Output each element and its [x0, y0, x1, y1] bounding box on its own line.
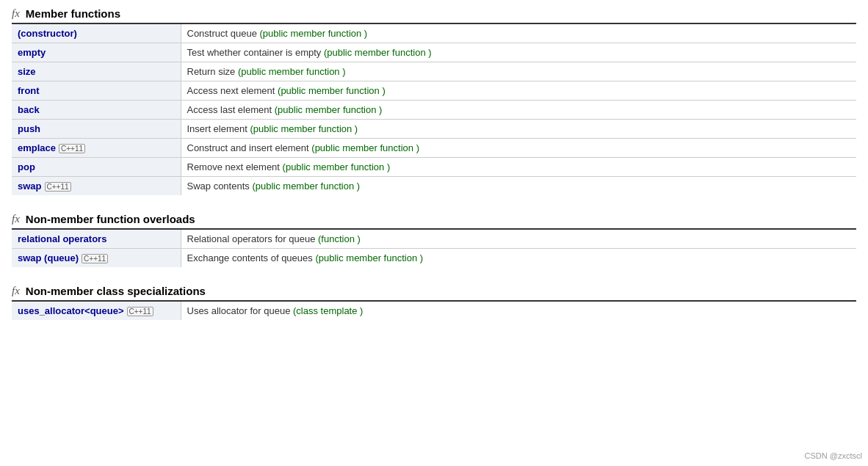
table-row[interactable]: (constructor)Construct queue (public mem… — [12, 24, 856, 43]
table-row[interactable]: emptyTest whether container is empty (pu… — [12, 43, 856, 62]
function-desc: Exchange contents of queues — [187, 252, 316, 263]
function-desc-cell: Uses allocator for queue (class template… — [181, 302, 856, 320]
function-name-cell: push — [12, 120, 181, 139]
fx-icon: fx — [12, 285, 20, 297]
function-name[interactable]: size — [18, 66, 36, 77]
function-tag: (public member function ) — [278, 85, 386, 96]
function-tag: (public member function ) — [324, 47, 432, 58]
section-member-functions: fxMember functions(constructor)Construct… — [12, 7, 856, 195]
function-name-cell: pop — [12, 158, 181, 177]
table-row[interactable]: pushInsert element (public member functi… — [12, 120, 856, 139]
function-desc-cell: Relational operators for queue (function… — [181, 230, 856, 249]
function-tag: (public member function ) — [283, 161, 391, 172]
function-desc-cell: Access last element (public member funct… — [181, 101, 856, 120]
function-name[interactable]: pop — [18, 161, 35, 172]
function-tag: (public member function ) — [311, 142, 419, 153]
table-row[interactable]: relational operatorsRelational operators… — [12, 230, 856, 249]
function-name-cell: uses_allocator<queue>C++11 — [12, 302, 181, 320]
function-name[interactable]: (constructor) — [18, 28, 77, 39]
function-table: (constructor)Construct queue (public mem… — [12, 24, 856, 195]
function-desc-cell: Exchange contents of queues (public memb… — [181, 249, 856, 268]
function-desc-cell: Construct queue (public member function … — [181, 24, 856, 43]
function-desc: Relational operators for queue — [187, 233, 319, 244]
function-tag: (public member function ) — [252, 181, 360, 192]
function-name[interactable]: swap — [18, 181, 42, 192]
function-table: uses_allocator<queue>C++11Uses allocator… — [12, 302, 856, 320]
function-desc: Construct and insert element — [187, 142, 312, 153]
function-tag: (function ) — [318, 233, 361, 244]
cpp11-badge: C++11 — [45, 182, 71, 192]
function-name[interactable]: swap (queue) — [18, 252, 79, 263]
table-row[interactable]: backAccess last element (public member f… — [12, 101, 856, 120]
table-row[interactable]: swapC++11Swap contents (public member fu… — [12, 177, 856, 196]
table-row[interactable]: uses_allocator<queue>C++11Uses allocator… — [12, 302, 856, 320]
function-desc: Swap contents — [187, 181, 253, 192]
section-header: fxNon-member function overloads — [12, 213, 856, 225]
function-tag: (public member function ) — [315, 252, 423, 263]
section-non-member-specializations: fxNon-member class specializationsuses_a… — [12, 285, 856, 320]
function-desc: Test whether container is empty — [187, 47, 324, 58]
function-name[interactable]: push — [18, 123, 40, 134]
function-desc: Return size — [187, 66, 238, 77]
function-desc-cell: Test whether container is empty (public … — [181, 43, 856, 62]
function-desc: Construct queue — [187, 28, 260, 39]
function-desc-cell: Return size (public member function ) — [181, 62, 856, 81]
section-non-member-overloads: fxNon-member function overloadsrelationa… — [12, 213, 856, 267]
function-name[interactable]: uses_allocator<queue> — [18, 305, 124, 316]
function-desc-cell: Construct and insert element (public mem… — [181, 139, 856, 158]
function-tag: (class template ) — [293, 305, 363, 316]
function-desc: Remove next element — [187, 161, 283, 172]
function-name[interactable]: front — [18, 85, 40, 96]
table-row[interactable]: sizeReturn size (public member function … — [12, 62, 856, 81]
function-name-cell: back — [12, 101, 181, 120]
function-desc-cell: Swap contents (public member function ) — [181, 177, 856, 196]
function-name-cell: front — [12, 81, 181, 101]
function-table: relational operatorsRelational operators… — [12, 230, 856, 267]
function-tag: (public member function ) — [260, 28, 368, 39]
section-header: fxMember functions — [12, 7, 856, 20]
table-row[interactable]: swap (queue)C++11Exchange contents of qu… — [12, 249, 856, 268]
function-tag: (public member function ) — [238, 66, 346, 77]
fx-icon: fx — [12, 213, 20, 225]
function-name[interactable]: empty — [18, 47, 46, 58]
function-name[interactable]: emplace — [18, 142, 56, 153]
function-name-cell: size — [12, 62, 181, 81]
table-row[interactable]: emplaceC++11Construct and insert element… — [12, 139, 856, 158]
section-title: Member functions — [26, 7, 120, 20]
function-desc: Access next element — [187, 85, 278, 96]
section-header: fxNon-member class specializations — [12, 285, 856, 297]
section-title: Non-member function overloads — [26, 213, 195, 225]
function-desc: Uses allocator for queue — [187, 305, 294, 316]
table-row[interactable]: frontAccess next element (public member … — [12, 81, 856, 101]
cpp11-badge: C++11 — [127, 307, 153, 316]
function-name-cell: relational operators — [12, 230, 181, 249]
function-name-cell: swap (queue)C++11 — [12, 249, 181, 268]
function-desc-cell: Insert element (public member function ) — [181, 120, 856, 139]
function-name-cell: (constructor) — [12, 24, 181, 43]
function-name[interactable]: relational operators — [18, 233, 106, 244]
function-desc-cell: Remove next element (public member funct… — [181, 158, 856, 177]
fx-icon: fx — [12, 7, 20, 20]
function-name[interactable]: back — [18, 104, 40, 115]
function-tag: (public member function ) — [275, 104, 383, 115]
function-desc: Access last element — [187, 104, 275, 115]
function-tag: (public member function ) — [250, 123, 358, 134]
cpp11-badge: C++11 — [82, 254, 108, 263]
function-name-cell: emplaceC++11 — [12, 139, 181, 158]
table-row[interactable]: popRemove next element (public member fu… — [12, 158, 856, 177]
cpp11-badge: C++11 — [59, 144, 85, 153]
function-name-cell: empty — [12, 43, 181, 62]
section-title: Non-member class specializations — [26, 285, 206, 297]
function-name-cell: swapC++11 — [12, 177, 181, 196]
function-desc-cell: Access next element (public member funct… — [181, 81, 856, 101]
function-desc: Insert element — [187, 123, 250, 134]
